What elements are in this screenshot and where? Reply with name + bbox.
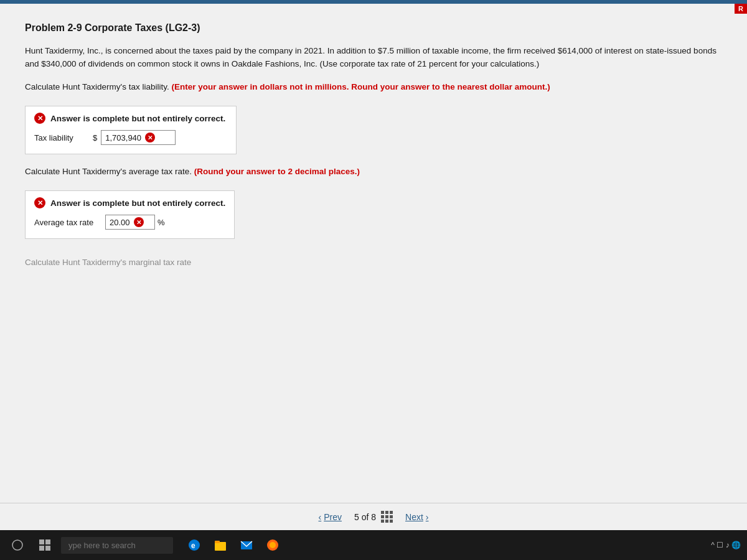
grid-icon (381, 511, 393, 523)
tax-liability-status-text: Answer is complete but not entirely corr… (50, 114, 225, 123)
avg-value: 20.00 (110, 218, 130, 227)
next-chevron-icon: › (426, 512, 429, 522)
svg-point-11 (270, 542, 276, 548)
marginal-tax-label: Calculate Hunt Taxidermy's marginal tax … (25, 258, 722, 267)
corner-badge: R (735, 4, 747, 14)
taskbar-app-icons: e (183, 534, 284, 556)
avg-field-label: Average tax rate (34, 218, 103, 227)
svg-rect-8 (215, 541, 220, 543)
svg-text:e: e (191, 541, 195, 550)
tax-liability-status: ✕ Answer is complete but not entirely co… (34, 113, 227, 124)
navigation-bar: ‹ Prev 5 of 8 Next › (0, 503, 747, 530)
system-tray-text: ^ ☐ ♪ 🌐 (711, 541, 741, 549)
page-number: 5 of 8 (354, 512, 376, 522)
tax-liability-status-icon: ✕ (34, 113, 45, 124)
prev-button[interactable]: ‹ Prev (319, 512, 342, 522)
avg-clear-icon[interactable]: ✕ (134, 217, 144, 227)
prev-chevron-icon: ‹ (319, 512, 322, 522)
firefox-icon[interactable] (261, 534, 284, 556)
tax-liability-row: Tax liability $ 1,703,940 ✕ (34, 130, 227, 145)
svg-rect-1 (39, 539, 44, 544)
svg-point-0 (12, 540, 22, 550)
page-info: 5 of 8 (354, 511, 393, 523)
tax-liability-clear-icon[interactable]: ✕ (145, 133, 155, 142)
content-wrapper: R Problem 2-9 Corporate Taxes (LG2-3) Hu… (0, 4, 747, 503)
problem-description: Hunt Taxidermy, Inc., is concerned about… (25, 45, 722, 71)
taskbar-search-input[interactable] (61, 537, 173, 554)
avg-answer-box: ✕ Answer is complete but not entirely co… (25, 190, 235, 239)
instruction-text: Calculate Hunt Taxidermy's tax liability… (25, 81, 722, 93)
svg-rect-4 (45, 546, 50, 551)
tax-liability-answer-box: ✕ Answer is complete but not entirely co… (25, 106, 237, 154)
svg-rect-7 (215, 542, 226, 551)
start-menu-icon[interactable] (34, 534, 56, 556)
file-explorer-icon[interactable] (209, 534, 232, 556)
pct-label: % (157, 218, 165, 227)
instruction-start: Calculate Hunt Taxidermy's tax liability… (25, 82, 171, 91)
next-label: Next (405, 512, 423, 522)
edge-icon[interactable]: e (183, 534, 205, 556)
avg-status: ✕ Answer is complete but not entirely co… (34, 197, 225, 208)
avg-status-icon: ✕ (34, 197, 45, 208)
avg-status-text: Answer is complete but not entirely corr… (50, 198, 225, 208)
avg-label-start: Calculate Hunt Taxidermy's average tax r… (25, 167, 194, 176)
search-circle-icon[interactable] (6, 534, 29, 556)
avg-tax-rate-input[interactable]: 20.00 ✕ (105, 215, 155, 230)
taskbar: e ^ ☐ ♪ 🌐 (0, 530, 747, 560)
prev-label: Prev (324, 512, 342, 522)
mail-icon[interactable] (235, 534, 258, 556)
svg-rect-2 (45, 539, 50, 544)
dollar-sign: $ (93, 133, 97, 142)
tax-liability-input[interactable]: 1,703,940 ✕ (101, 130, 176, 145)
problem-title: Problem 2-9 Corporate Taxes (LG2-3) (25, 22, 722, 34)
next-button[interactable]: Next › (405, 512, 428, 522)
tax-liability-label: Tax liability (34, 133, 90, 142)
avg-tax-rate-label: Calculate Hunt Taxidermy's average tax r… (25, 166, 722, 178)
taskbar-right-area: ^ ☐ ♪ 🌐 (711, 541, 741, 549)
main-area: R Problem 2-9 Corporate Taxes (LG2-3) Hu… (0, 4, 747, 530)
svg-rect-3 (39, 546, 44, 551)
instruction-bold: (Enter your answer in dollars not in mil… (171, 82, 550, 91)
avg-label-bold: (Round your answer to 2 decimal places.) (194, 167, 360, 176)
avg-answer-row: Average tax rate 20.00 ✕ % (34, 215, 225, 230)
tax-liability-value: 1,703,940 (105, 133, 141, 142)
